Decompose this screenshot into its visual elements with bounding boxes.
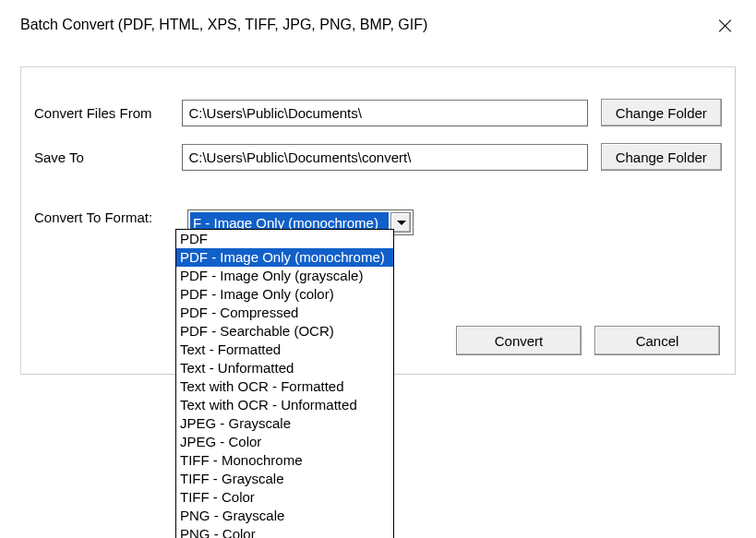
format-option[interactable]: PDF - Image Only (grayscale) xyxy=(176,267,393,285)
format-option[interactable]: TIFF - Monochrome xyxy=(176,451,393,470)
label-format: Convert To Format: xyxy=(34,209,187,225)
convert-button[interactable]: Convert xyxy=(456,326,582,355)
format-option[interactable]: Text with OCR - Unformatted xyxy=(176,396,393,414)
label-save-to: Save To xyxy=(34,149,182,165)
save-to-input[interactable] xyxy=(182,144,587,171)
format-option[interactable]: PNG - Color xyxy=(176,525,393,538)
window-title: Batch Convert (PDF, HTML, XPS, TIFF, JPG… xyxy=(20,17,427,33)
convert-from-input[interactable] xyxy=(182,100,587,126)
format-option[interactable]: PDF - Compressed xyxy=(176,304,393,322)
format-option[interactable]: JPEG - Grayscale xyxy=(176,414,393,433)
format-option[interactable]: Text - Formatted xyxy=(176,341,393,359)
format-option[interactable]: PDF - Image Only (color) xyxy=(176,285,393,304)
format-dropdown[interactable]: PDFPDF - Image Only (monochrome)PDF - Im… xyxy=(175,229,394,538)
format-option[interactable]: JPEG - Color xyxy=(176,433,393,451)
label-convert-from: Convert Files From xyxy=(34,105,182,121)
format-option[interactable]: PNG - Grayscale xyxy=(176,507,393,525)
format-option[interactable]: PDF - Image Only (monochrome) xyxy=(176,248,393,267)
cancel-button[interactable]: Cancel xyxy=(594,326,720,355)
change-folder-from-button[interactable]: Change Folder xyxy=(601,99,722,126)
format-option[interactable]: TIFF - Color xyxy=(176,488,393,507)
format-option[interactable]: Text with OCR - Formatted xyxy=(176,377,393,396)
close-icon[interactable] xyxy=(717,18,732,33)
format-option[interactable]: Text - Unformatted xyxy=(176,359,393,377)
format-option[interactable]: PDF xyxy=(176,230,393,248)
format-option[interactable]: PDF - Searchable (OCR) xyxy=(176,322,393,341)
change-folder-to-button[interactable]: Change Folder xyxy=(601,143,722,171)
format-option[interactable]: TIFF - Grayscale xyxy=(176,470,393,488)
